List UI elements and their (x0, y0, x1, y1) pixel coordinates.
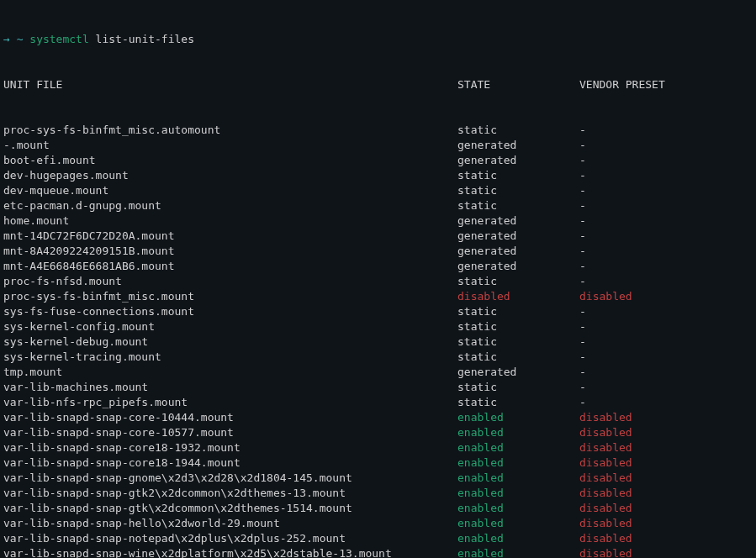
vendor-preset-cell: - (579, 168, 586, 183)
vendor-preset-cell: disabled (579, 471, 632, 486)
header-unit-file: UNIT FILE (3, 77, 457, 92)
unit-file-cell: tmp.mount (3, 365, 457, 380)
vendor-preset-cell: disabled (579, 486, 632, 501)
vendor-preset-cell: disabled (579, 425, 632, 440)
table-row: boot-efi.mountgenerated- (3, 153, 753, 168)
prompt-arrow-icon: → (3, 32, 10, 47)
table-row: var-lib-snapd-snap-core18-1932.mountenab… (3, 440, 753, 455)
unit-file-cell: etc-pacman.d-gnupg.mount (3, 198, 457, 213)
state-cell: static (457, 168, 579, 183)
header-vendor-preset: VENDOR PRESET (579, 77, 665, 92)
vendor-preset-cell: - (579, 259, 586, 274)
vendor-preset-cell: - (579, 350, 586, 365)
unit-file-cell: var-lib-nfs-rpc_pipefs.mount (3, 395, 457, 410)
state-cell: enabled (457, 455, 579, 471)
state-cell: static (457, 123, 579, 138)
vendor-preset-cell: disabled (579, 546, 632, 558)
table-row: home.mountgenerated- (3, 213, 753, 229)
state-cell: enabled (457, 471, 579, 486)
unit-file-cell: proc-fs-nfsd.mount (3, 274, 457, 289)
prompt-line: → ~ systemctl list-unit-files (3, 32, 753, 47)
vendor-preset-cell: disabled (579, 455, 632, 471)
unit-file-cell: home.mount (3, 213, 457, 229)
unit-file-cell: var-lib-snapd-snap-wine\x2dplatform\x2d5… (3, 546, 457, 558)
unit-file-cell: var-lib-snapd-snap-core-10577.mount (3, 425, 457, 440)
table-row: mnt-14DC72F6DC72D20A.mountgenerated- (3, 229, 753, 244)
unit-file-cell: sys-kernel-config.mount (3, 319, 457, 334)
table-row: var-lib-snapd-snap-core-10577.mountenabl… (3, 425, 753, 440)
vendor-preset-cell: disabled (579, 289, 632, 304)
vendor-preset-cell: - (579, 319, 586, 334)
state-cell: static (457, 334, 579, 350)
vendor-preset-cell: - (579, 244, 586, 259)
table-row: -.mountgenerated- (3, 138, 753, 153)
state-cell: static (457, 395, 579, 410)
state-cell: generated (457, 244, 579, 259)
unit-file-cell: var-lib-snapd-snap-gtk2\x2dcommon\x2dthe… (3, 486, 457, 501)
state-cell: enabled (457, 531, 579, 546)
vendor-preset-cell: disabled (579, 531, 632, 546)
vendor-preset-cell: - (579, 274, 586, 289)
table-row: var-lib-snapd-snap-notepad\x2dplus\x2dpl… (3, 531, 753, 546)
vendor-preset-cell: - (579, 183, 586, 198)
vendor-preset-cell: - (579, 198, 586, 213)
prompt-cwd: ~ (17, 32, 24, 47)
unit-file-cell: dev-mqueue.mount (3, 183, 457, 198)
vendor-preset-cell: - (579, 138, 586, 153)
vendor-preset-cell: - (579, 123, 586, 138)
table-row: tmp.mountgenerated- (3, 365, 753, 380)
unit-file-cell: var-lib-snapd-snap-core18-1932.mount (3, 440, 457, 455)
state-cell: disabled (457, 289, 579, 304)
vendor-preset-cell: - (579, 304, 586, 319)
table-row: var-lib-nfs-rpc_pipefs.mountstatic- (3, 395, 753, 410)
state-cell: enabled (457, 440, 579, 455)
unit-file-cell: var-lib-machines.mount (3, 380, 457, 395)
vendor-preset-cell: - (579, 395, 586, 410)
table-row: proc-fs-nfsd.mountstatic- (3, 274, 753, 289)
unit-file-cell: -.mount (3, 138, 457, 153)
table-row: sys-fs-fuse-connections.mountstatic- (3, 304, 753, 319)
unit-file-cell: var-lib-snapd-snap-core-10444.mount (3, 410, 457, 425)
state-cell: static (457, 380, 579, 395)
unit-file-cell: proc-sys-fs-binfmt_misc.automount (3, 123, 457, 138)
table-row: var-lib-snapd-snap-core-10444.mountenabl… (3, 410, 753, 425)
vendor-preset-cell: disabled (579, 501, 632, 516)
state-cell: enabled (457, 501, 579, 516)
state-cell: static (457, 198, 579, 213)
unit-file-cell: sys-fs-fuse-connections.mount (3, 304, 457, 319)
state-cell: generated (457, 153, 579, 168)
table-row: proc-sys-fs-binfmt_misc.mountdisableddis… (3, 289, 753, 304)
command-args: list-unit-files (96, 32, 194, 47)
unit-file-cell: var-lib-snapd-snap-core18-1944.mount (3, 455, 457, 471)
command-name: systemctl (29, 32, 88, 47)
table-header: UNIT FILESTATEVENDOR PRESET (3, 77, 753, 92)
state-cell: static (457, 319, 579, 334)
table-row: sys-kernel-debug.mountstatic- (3, 334, 753, 350)
vendor-preset-cell: - (579, 153, 586, 168)
state-cell: static (457, 183, 579, 198)
table-row: var-lib-snapd-snap-hello\x2dworld-29.mou… (3, 516, 753, 531)
state-cell: enabled (457, 516, 579, 531)
unit-file-cell: sys-kernel-debug.mount (3, 334, 457, 350)
terminal-output[interactable]: → ~ systemctl list-unit-files UNIT FILES… (0, 0, 756, 558)
vendor-preset-cell: disabled (579, 410, 632, 425)
state-cell: enabled (457, 546, 579, 558)
unit-file-cell: boot-efi.mount (3, 153, 457, 168)
header-state: STATE (457, 77, 579, 92)
table-row: dev-mqueue.mountstatic- (3, 183, 753, 198)
unit-file-cell: sys-kernel-tracing.mount (3, 350, 457, 365)
table-row: proc-sys-fs-binfmt_misc.automountstatic- (3, 123, 753, 138)
table-row: var-lib-snapd-snap-gtk\x2dcommon\x2dthem… (3, 501, 753, 516)
table-row: mnt-A4E66846E6681AB6.mountgenerated- (3, 259, 753, 274)
state-cell: generated (457, 138, 579, 153)
unit-file-cell: var-lib-snapd-snap-gnome\x2d3\x2d28\x2d1… (3, 471, 457, 486)
unit-file-cell: mnt-8A4209224209151B.mount (3, 244, 457, 259)
table-row: var-lib-snapd-snap-core18-1944.mountenab… (3, 455, 753, 471)
state-cell: generated (457, 213, 579, 229)
unit-file-cell: dev-hugepages.mount (3, 168, 457, 183)
unit-file-cell: var-lib-snapd-snap-gtk\x2dcommon\x2dthem… (3, 501, 457, 516)
table-row: dev-hugepages.mountstatic- (3, 168, 753, 183)
table-row: var-lib-snapd-snap-gtk2\x2dcommon\x2dthe… (3, 486, 753, 501)
state-cell: generated (457, 365, 579, 380)
table-row: mnt-8A4209224209151B.mountgenerated- (3, 244, 753, 259)
